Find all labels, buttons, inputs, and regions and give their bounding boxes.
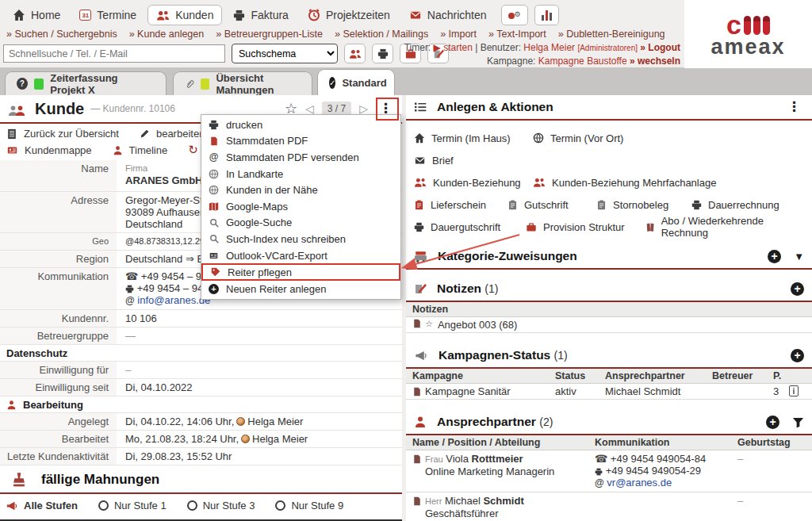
action-gutschrift[interactable]: Gutschrift bbox=[508, 199, 596, 211]
breadcrumb-text-import[interactable]: » Text-Import bbox=[488, 29, 546, 40]
megaphone-icon bbox=[414, 350, 428, 362]
green-status-square-icon bbox=[34, 79, 44, 90]
timer-label: Timer: bbox=[404, 42, 431, 53]
expand-caret-icon[interactable]: ▼ bbox=[794, 251, 804, 262]
notiz-title[interactable]: Angebot 003 (68) bbox=[438, 319, 517, 331]
action-label: Dauergutschrift bbox=[431, 221, 500, 233]
action-dauergutschrift[interactable]: Dauergutschrift bbox=[414, 221, 526, 233]
nav-item-home[interactable]: Home bbox=[5, 6, 68, 25]
action-termin-im-haus[interactable]: Termin (Im Haus) bbox=[414, 132, 533, 144]
user-settings-button[interactable]: ⚙ bbox=[501, 5, 528, 25]
tab-uebersicht-mahnungen[interactable]: Übersicht Mahnungen bbox=[173, 71, 312, 95]
category-bus-icon bbox=[414, 250, 427, 263]
field-value: Mo, 21.08.23, 18:24 Uhr,Helga Meier bbox=[119, 431, 402, 447]
actions-kebab-icon[interactable]: ⋮ bbox=[784, 102, 804, 113]
breadcrumb-kunde-anlegen[interactable]: » Kunde anlegen bbox=[129, 29, 205, 40]
breadcrumb-betreuergruppen[interactable]: » Betreuergruppen-Liste bbox=[216, 29, 323, 40]
pencil-icon bbox=[140, 128, 150, 139]
tab-label: Übersicht Mahnungen bbox=[216, 72, 301, 96]
menu-item-drucken[interactable]: drucken bbox=[201, 117, 400, 133]
invoice-printer-icon bbox=[233, 10, 245, 21]
einwilligung-seit-value: Di, 04.10.2022 bbox=[119, 379, 402, 396]
search-customers-button[interactable] bbox=[344, 44, 366, 63]
field-label: Bearbeitet bbox=[0, 431, 119, 447]
edit-button[interactable]: bearbeiten bbox=[140, 128, 205, 140]
next-record-icon[interactable]: ▷ bbox=[359, 102, 368, 115]
statistics-button[interactable] bbox=[534, 5, 559, 25]
nachname[interactable]: Rotttmeier bbox=[472, 453, 523, 465]
action-kunden-beziehung-mehrfachanlage[interactable]: Kunden-Beziehung Mehrfachanlage bbox=[533, 177, 716, 189]
breadcrumb-import[interactable]: » Import bbox=[440, 29, 477, 40]
menu-item-google-maps[interactable]: Google-Maps bbox=[201, 198, 400, 215]
section-heading-bearbeitung: Bearbeitung bbox=[0, 396, 402, 413]
search-invoices-button[interactable] bbox=[372, 44, 393, 63]
add-kampagne-button[interactable]: + bbox=[791, 349, 804, 362]
menu-item-in-landkarte[interactable]: In Landkarte bbox=[201, 166, 400, 182]
timeline-button[interactable]: Timeline bbox=[113, 144, 168, 156]
action-brief[interactable]: Brief bbox=[414, 155, 454, 167]
back-to-overview-button[interactable]: Zurück zur Übersicht bbox=[6, 128, 119, 140]
info-icon[interactable]: i bbox=[789, 385, 799, 396]
timer-start-link[interactable]: starten bbox=[443, 42, 473, 53]
nav-item-termine[interactable]: 31 Termine bbox=[71, 6, 144, 25]
phone-icon: ☎ bbox=[595, 453, 607, 465]
printer-icon bbox=[691, 200, 702, 210]
menu-item-such-index-neu-schreiben[interactable]: Such-Index neu schreiben bbox=[201, 231, 400, 247]
tab-standard[interactable]: ✓ Standard bbox=[317, 69, 395, 95]
action-provision-struktur[interactable]: Provision Struktur bbox=[526, 221, 645, 233]
prev-record-icon[interactable]: ◁ bbox=[305, 102, 314, 115]
menu-item-stammdaten-pdf[interactable]: Stammdaten PDF bbox=[201, 133, 400, 150]
menu-item-outlook-vcard-export[interactable]: Outlook-VCard-Export bbox=[201, 247, 400, 264]
radio-nur-stufe-9[interactable]: Nur Stufe 9 bbox=[275, 500, 343, 511]
menu-item-stammdaten-pdf-versenden[interactable]: @ Stammdaten PDF versenden bbox=[201, 149, 400, 166]
action-dauerrechnung[interactable]: Dauerrechnung bbox=[691, 199, 779, 211]
nav-item-kunden[interactable]: Kunden bbox=[147, 5, 222, 25]
menu-item-google-suche[interactable]: Google-Suche bbox=[201, 215, 400, 232]
ansprechpartner-row[interactable]: Herr Michael Schmidt Geschäftsführer – bbox=[406, 492, 812, 521]
menu-item-reiter-pflegen[interactable]: Reiter pflegen bbox=[201, 263, 400, 281]
action-termin-vor-ort[interactable]: Termin (Vor Ort) bbox=[533, 132, 623, 144]
kampagne-name[interactable]: Kampagne Sanitär bbox=[425, 385, 511, 397]
action-lieferschein[interactable]: Lieferschein bbox=[414, 199, 508, 211]
breadcrumb-dubletten[interactable]: » Dubletten-Bereinigung bbox=[558, 29, 665, 40]
action-label: Provision Struktur bbox=[543, 221, 625, 233]
at-icon: @ bbox=[208, 151, 220, 163]
fax-value: +49 9454 949054-29 bbox=[606, 465, 701, 477]
radio-nur-stufe-1[interactable]: Nur Stufe 1 bbox=[98, 500, 167, 511]
search-schema-select[interactable]: Suchschema bbox=[232, 44, 338, 63]
action-kunden-beziehung[interactable]: Kunden-Beziehung bbox=[414, 177, 533, 189]
add-notiz-button[interactable]: + bbox=[791, 282, 804, 296]
radio-circle-icon bbox=[187, 500, 197, 511]
filter-funnel-icon[interactable] bbox=[792, 416, 804, 428]
quick-search-input[interactable] bbox=[3, 44, 225, 63]
tab-zeiterfassung-projekt-x[interactable]: ? Zeiterfassung Projekt X bbox=[5, 71, 167, 95]
action-stornobeleg[interactable]: Stornobeleg bbox=[596, 199, 691, 211]
ansprechpartner-row[interactable]: Frau Viola Rotttmeier Online Marketing M… bbox=[406, 450, 812, 492]
breadcrumb-selektion[interactable]: » Selektion / Mailings bbox=[335, 29, 428, 40]
email-link[interactable]: vr@aranes.de bbox=[607, 477, 672, 488]
main-nav: Home 31 Termine Kunden Faktura Projektze… bbox=[5, 3, 559, 27]
check-icon: ✓ bbox=[329, 77, 335, 89]
timer-play-icon[interactable]: ▶ bbox=[434, 42, 441, 53]
radio-nur-stufe-3[interactable]: Nur Stufe 3 bbox=[187, 500, 255, 511]
nav-item-faktura[interactable]: Faktura bbox=[225, 6, 296, 25]
section-heading-datenschutz: Datenschutz bbox=[0, 345, 402, 362]
email-link[interactable]: info@aranes.de bbox=[137, 294, 210, 306]
nav-item-projektzeiten[interactable]: Projektzeiten bbox=[300, 6, 398, 25]
menu-item-kunden-in-der-naehe[interactable]: Kunden in der Nähe bbox=[201, 182, 400, 198]
kampagne-wechseln-link[interactable]: » wechseln bbox=[630, 56, 680, 67]
breadcrumb-suchen[interactable]: » Suchen / Suchergebnis bbox=[6, 29, 117, 40]
logout-link[interactable]: » Logout bbox=[640, 42, 680, 53]
radio-alle-stufen[interactable]: Alle Stufen bbox=[6, 500, 78, 511]
kampagne-row[interactable]: Kampagne Sanitär aktiv Michael Schmidt 3… bbox=[406, 384, 812, 400]
action-abo-wiederkehrende-rechnung[interactable]: Abo / Wiederkehrende Rechnung bbox=[645, 215, 805, 239]
option-label: Alle Stufen bbox=[24, 500, 78, 511]
menu-item-neuen-reiter-anlegen[interactable]: + Neuen Reiter anlegen bbox=[201, 281, 400, 297]
nachname[interactable]: Schmidt bbox=[483, 495, 523, 507]
nav-item-nachrichten[interactable]: Nachrichten bbox=[401, 6, 495, 25]
notiz-row[interactable]: ☆ Angebot 003 (68) bbox=[406, 317, 812, 333]
add-ansprechpartner-button[interactable]: + bbox=[766, 416, 779, 429]
kundenmappe-button[interactable]: Kundenmappe bbox=[6, 144, 92, 156]
ansprechpartner-table-header: Name / Position / Abteilung Kommunikatio… bbox=[406, 435, 812, 450]
add-kategorie-button[interactable]: + bbox=[768, 250, 781, 263]
